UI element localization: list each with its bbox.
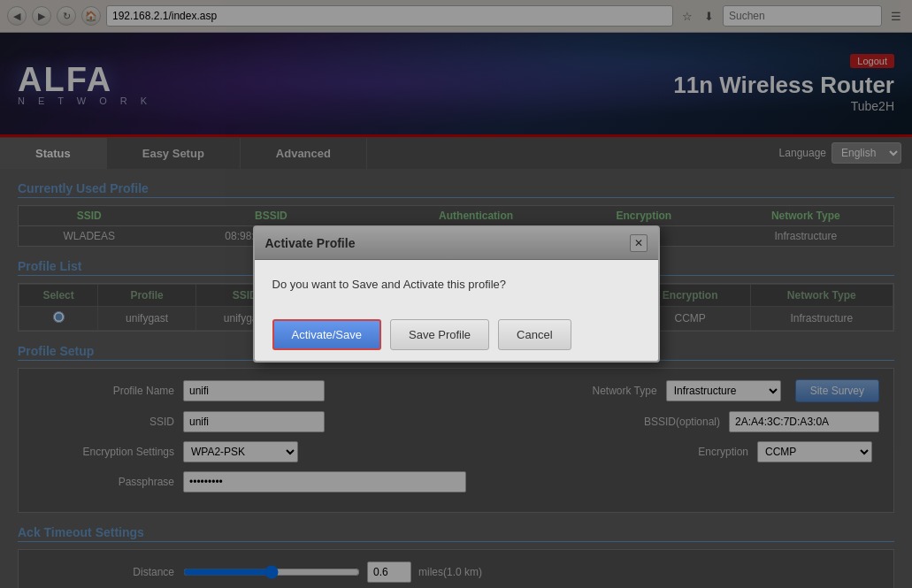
dialog-message: Do you want to Save and Activate this pr… xyxy=(272,278,640,291)
dialog-header: Activate Profile ✕ xyxy=(255,227,658,260)
dialog-footer: Activate/Save Save Profile Cancel xyxy=(255,309,658,361)
close-icon: ✕ xyxy=(634,237,643,249)
save-profile-button[interactable]: Save Profile xyxy=(390,319,489,350)
activate-save-button[interactable]: Activate/Save xyxy=(272,319,382,350)
activate-profile-dialog: Activate Profile ✕ Do you want to Save a… xyxy=(253,225,660,363)
dialog-title: Activate Profile xyxy=(265,236,356,250)
dialog-close-button[interactable]: ✕ xyxy=(630,234,648,252)
cancel-button[interactable]: Cancel xyxy=(498,319,571,350)
modal-overlay: Activate Profile ✕ Do you want to Save a… xyxy=(0,0,912,588)
dialog-body: Do you want to Save and Activate this pr… xyxy=(255,260,658,309)
